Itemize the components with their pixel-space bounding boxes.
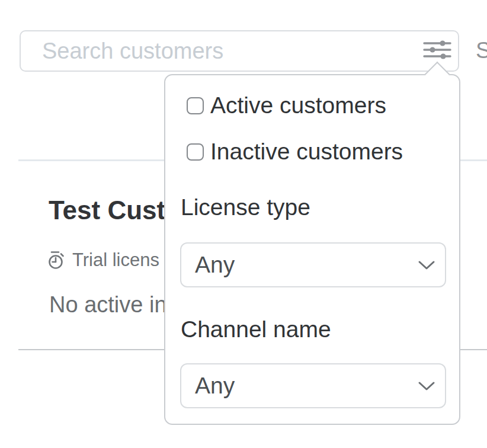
- sort-label-partial: S: [476, 38, 487, 63]
- active-customers-checkbox[interactable]: [187, 97, 204, 114]
- search-input[interactable]: Search customers: [20, 30, 459, 72]
- license-info-row: Trial licens: [46, 249, 159, 271]
- filter-button[interactable]: [421, 38, 451, 64]
- license-type-label: License type: [181, 194, 310, 220]
- inactive-customers-checkbox[interactable]: [187, 143, 204, 161]
- customer-status-text: No active in: [49, 292, 167, 318]
- channel-name-label: Channel name: [181, 316, 331, 343]
- chevron-down-icon: [418, 260, 435, 270]
- license-info-text: Trial licens: [72, 249, 159, 271]
- channel-name-select[interactable]: Any: [180, 363, 446, 408]
- customer-name: Test Cust: [49, 196, 165, 225]
- timer-icon: [46, 250, 66, 270]
- license-type-value: Any: [195, 252, 418, 278]
- inactive-customers-label: Inactive customers: [210, 139, 403, 165]
- sliders-icon: [421, 38, 451, 64]
- active-customers-label: Active customers: [210, 92, 386, 119]
- active-customers-option[interactable]: Active customers: [187, 92, 386, 119]
- chevron-down-icon: [418, 380, 435, 391]
- filter-popover: Active customers Inactive customers Lice…: [164, 74, 460, 425]
- license-type-select[interactable]: Any: [180, 242, 446, 287]
- search-placeholder: Search customers: [42, 39, 458, 64]
- channel-name-value: Any: [195, 373, 418, 399]
- inactive-customers-option[interactable]: Inactive customers: [187, 139, 403, 165]
